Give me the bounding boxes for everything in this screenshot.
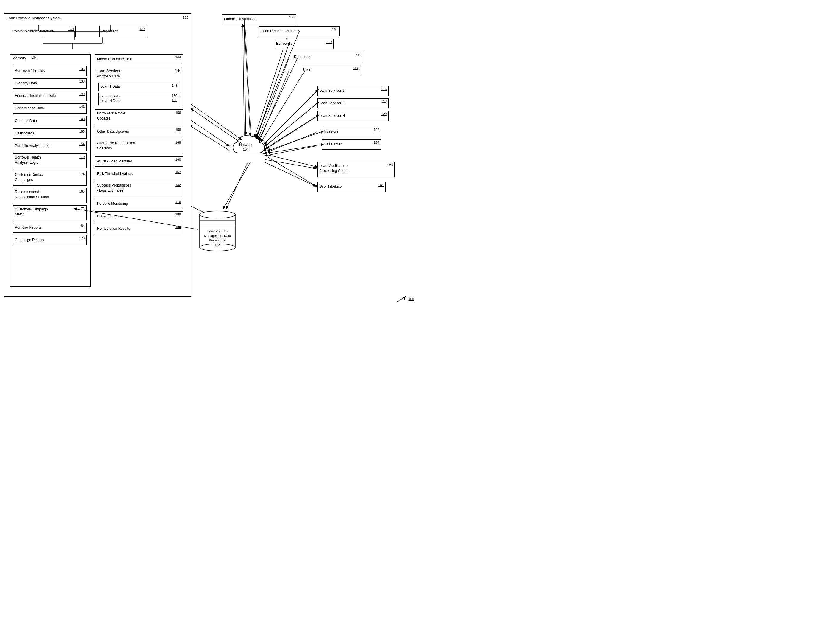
- investors-ref: 122: [374, 128, 379, 131]
- loan-servicer-portfolio-ref: 146: [175, 68, 181, 73]
- right-col-container: Macro Economic Data 144 Loan ServicerPor…: [95, 54, 186, 287]
- svg-text:Loan Portfolio: Loan Portfolio: [207, 230, 228, 233]
- customer-campaign-match-ref: 172: [79, 207, 85, 210]
- diagram-number: 100: [395, 294, 414, 303]
- svg-line-8: [256, 44, 289, 138]
- converted-loans-ref: 188: [175, 213, 181, 216]
- financial-inst-label: Financial Institutions: [224, 17, 256, 22]
- svg-line-18: [223, 162, 250, 208]
- recommended-remediation-ref: 166: [79, 190, 85, 193]
- svg-line-48: [257, 44, 289, 138]
- dashboards-ref: 186: [79, 130, 85, 133]
- loan1-label: Loan 1 Data: [101, 84, 120, 89]
- box-portfolio-monitoring: Portfolio Monitoring 176: [95, 199, 183, 209]
- regulators-ref: 112: [356, 53, 361, 57]
- svg-text:Warehouse: Warehouse: [209, 238, 226, 242]
- box-loan-servicer-portfolio: Loan ServicerPortfolio Data 146: [96, 68, 181, 79]
- box-other-data-updates: Other Data Updates 158: [95, 127, 183, 137]
- portfolio-reports-ref: 184: [79, 224, 85, 227]
- borrowers-profiles-label: Borrowers' Profiles: [15, 68, 45, 73]
- box-customer-contact: Customer ContactCampaigns 174: [13, 171, 87, 186]
- database-cylinder: Loan Portfolio Management Data Warehouse…: [198, 208, 237, 253]
- call-center-ref: 124: [374, 141, 379, 144]
- svg-line-51: [265, 91, 317, 144]
- svg-line-57: [268, 157, 317, 187]
- borrower-health-label: Borrower HealthAnalyzer Logic: [15, 155, 41, 165]
- box-loan-servicer-N: Loan Servicer N 120: [317, 111, 389, 121]
- loan1-ref: 148: [172, 84, 177, 87]
- loan-servicer-2-ref: 118: [381, 100, 387, 103]
- box-remediation-results: Remediation Results 180: [95, 224, 183, 234]
- svg-line-6: [244, 22, 250, 135]
- portfolio-monitoring-label: Portfolio Monitoring: [97, 202, 128, 206]
- box-converted-loans: Converted Loans 188: [95, 211, 183, 221]
- box-dashboards: Dashboards 186: [13, 129, 87, 138]
- svg-text:128: 128: [215, 243, 220, 247]
- box-at-risk-loan: At Risk Loan Identifier 160: [95, 157, 183, 166]
- property-data-label: Property Data: [15, 81, 37, 86]
- svg-line-15: [265, 146, 316, 156]
- portfolio-analyzer-ref: 154: [79, 142, 85, 146]
- box-borrowers-profiles: Borrowers' Profiles 136: [13, 66, 87, 76]
- box-user-interface: User Interface 164: [317, 182, 386, 192]
- box-call-center: Call Center 124: [322, 140, 381, 149]
- portfolio-reports-label: Portfolio Reports: [15, 225, 42, 230]
- box-loan1-data: Loan 1 Data 148: [98, 82, 179, 91]
- box-property-data: Property Data 138: [13, 78, 87, 89]
- box-loan-servicer-2: Loan Servicer 2 118: [317, 98, 389, 109]
- svg-line-60: [243, 25, 244, 135]
- contract-data-ref: 143: [79, 117, 85, 121]
- macro-economic-label: Macro Economic Data: [97, 57, 132, 62]
- svg-text:104: 104: [243, 148, 248, 151]
- box-financial-institutions: Financial Institutions 106: [222, 14, 296, 25]
- loan-servicer-group: Loan ServicerPortfolio Data 146 Loan 1 D…: [95, 67, 183, 107]
- box-regulators: Regulators 112: [292, 52, 363, 62]
- customer-campaign-match-label: Customer-CampaignMatch: [15, 207, 48, 217]
- risk-threshold-label: Risk Threshold Values: [97, 172, 133, 176]
- box-loan-servicer-1: Loan Servicer 1 116: [317, 86, 389, 96]
- property-data-ref: 138: [79, 79, 85, 83]
- svg-line-58: [226, 163, 247, 208]
- box-contract-data: Contract Data 143: [13, 116, 87, 126]
- call-center-label: Call Center: [324, 142, 342, 147]
- borrowers-profiles-ref: 136: [79, 67, 85, 71]
- borrowers-profile-updates-ref: 156: [175, 111, 181, 115]
- investors-label: Investors: [324, 129, 338, 134]
- svg-line-17: [264, 162, 316, 186]
- svg-line-49: [259, 57, 298, 140]
- box-customer-campaign-match: Customer-CampaignMatch 172: [13, 205, 87, 220]
- box-borrower-health: Borrower HealthAnalyzer Logic 170: [13, 154, 87, 168]
- risk-threshold-ref: 162: [175, 170, 181, 174]
- customer-contact-label: Customer ContactCampaigns: [15, 172, 44, 182]
- box-loan-modification: Loan ModificationProcessing Center 126: [317, 162, 395, 177]
- performance-data-label: Performance Data: [15, 106, 44, 111]
- loanN-label: Loan N Data: [101, 99, 120, 103]
- memory-label: Memory: [12, 56, 26, 60]
- svg-text:Network: Network: [239, 143, 253, 147]
- svg-line-54: [268, 132, 322, 151]
- box-loan-remediation-entity: Loan Remediation Entity 108: [259, 26, 339, 36]
- loan-modification-ref: 126: [387, 163, 393, 167]
- remediation-results-ref: 180: [175, 225, 181, 229]
- user-label: User: [303, 68, 310, 72]
- macro-economic-ref: 144: [175, 56, 181, 59]
- svg-marker-37: [403, 296, 406, 300]
- svg-line-50: [262, 70, 305, 141]
- box-macro-economic: Macro Economic Data 144: [95, 54, 183, 64]
- box-portfolio-analyzer-logic: Portfolio Analyzer Logic 154: [13, 141, 87, 151]
- box-campaign-results: Campaign Results 178: [13, 235, 87, 245]
- loan-remediation-entity-ref: 108: [332, 27, 338, 31]
- internal-connector: [10, 26, 150, 41]
- svg-line-20: [245, 19, 251, 134]
- borrowers-profile-updates-label: Borrowers' ProfileUpdates: [97, 111, 125, 121]
- diagram-ref: 100: [409, 297, 414, 301]
- box-success-prob: Success Probabilities/ Loss Estimates 18…: [95, 182, 183, 196]
- user-ref: 114: [353, 66, 358, 70]
- success-prob-ref: 182: [175, 183, 181, 187]
- main-system-title: Loan Portfolio Manager System: [6, 16, 61, 20]
- regulators-label: Regulators: [294, 55, 311, 60]
- box-risk-threshold: Risk Threshold Values 162: [95, 169, 183, 179]
- svg-text:Management Data: Management Data: [204, 234, 231, 238]
- user-interface-ref: 164: [378, 183, 384, 187]
- borrowers-label: Borrowers: [276, 42, 293, 46]
